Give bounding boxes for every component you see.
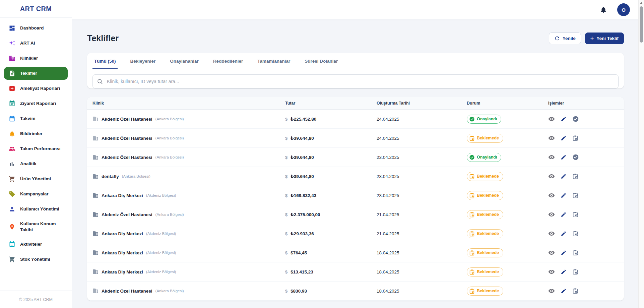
sidebar-item-dashboard[interactable]: Dashboard — [4, 22, 68, 35]
clipboard-status-button[interactable] — [572, 231, 578, 237]
sidebar-item-bildirimler[interactable]: Bildirimler — [4, 127, 68, 140]
sidebar-item-stok-yonetimi[interactable]: Stok Yönetimi — [4, 253, 68, 266]
clinic-cell: Ankara Diş Merkezi (Akdeniz Bölgesi) — [92, 269, 285, 275]
sidebar-item-analitik[interactable]: Analitik — [4, 158, 68, 170]
document-icon — [9, 70, 15, 77]
edit-button[interactable] — [561, 192, 567, 198]
scrollbar[interactable] — [638, 0, 644, 308]
actions-cell — [548, 135, 619, 141]
clipboard-status-button[interactable] — [572, 211, 578, 218]
created-date: 24.04.2025 — [377, 136, 467, 141]
tab-suresi-dolanlar[interactable]: Süresi Dolanlar — [303, 53, 339, 69]
table-header: Klinik Tutar Oluşturma Tarihi Durum İşle… — [87, 97, 624, 110]
view-button[interactable] — [548, 135, 555, 141]
column-header-status: Durum — [467, 101, 548, 106]
edit-button[interactable] — [561, 231, 567, 237]
view-button[interactable] — [548, 249, 555, 256]
edit-button[interactable] — [561, 211, 567, 218]
clinic-name: Ankara Diş Merkezi — [102, 231, 143, 236]
edit-button[interactable] — [561, 135, 567, 141]
pencil-icon — [561, 173, 567, 179]
table-row: Akdeniz Özel Hastanesi (Ankara Bölgesi) … — [87, 129, 624, 148]
sidebar-item-ameliyat-raporlari[interactable]: Ameliyat Raporları — [4, 82, 68, 95]
edit-button[interactable] — [561, 173, 567, 179]
pencil-icon — [561, 116, 567, 122]
clinic-cell: dentafly (Ankara Bölgesi) — [92, 173, 285, 179]
clinic-name: Ankara Diş Merkezi — [102, 250, 143, 255]
clipboard-status-button[interactable] — [572, 288, 578, 294]
search-input[interactable] — [92, 74, 619, 88]
clinic-cell: Akdeniz Özel Hastanesi (Ankara Bölgesi) — [92, 135, 285, 141]
edit-button[interactable] — [561, 116, 567, 122]
clipboard-status-button[interactable] — [572, 269, 578, 275]
created-date: 21.04.2025 — [377, 212, 467, 217]
sidebar-item-kullanici-yonetimi[interactable]: Kullanıcı Yönetimi — [4, 203, 68, 215]
notifications-button[interactable] — [600, 6, 607, 13]
tab-tumu[interactable]: Tümü (50) — [92, 53, 118, 69]
clinic-name: dentafly — [102, 174, 119, 179]
status-label: Beklemede — [477, 193, 499, 198]
dashboard-icon — [9, 25, 15, 32]
status-badge: Beklemede — [467, 287, 503, 296]
new-offer-button[interactable]: + Yeni Teklif — [585, 33, 624, 44]
clipboard-clock-icon — [469, 231, 475, 237]
pencil-icon — [561, 269, 567, 275]
tab-tamamlananlar[interactable]: Tamamlananlar — [256, 53, 292, 69]
edit-button[interactable] — [561, 250, 567, 256]
pencil-icon — [561, 135, 567, 141]
status-cell: Onaylandı — [467, 115, 548, 124]
refresh-button[interactable]: Yenile — [549, 33, 581, 44]
eye-icon — [548, 173, 555, 180]
page-actions: Yenile + Yeni Teklif — [549, 33, 624, 44]
tab-onaylananlar[interactable]: Onaylananlar — [168, 53, 200, 69]
tab-bekleyenler[interactable]: Bekleyenler — [129, 53, 157, 69]
tab-reddedilenler[interactable]: Reddedilenler — [211, 53, 245, 69]
clinic-cell: Ankara Diş Merkezi (Akdeniz Bölgesi) — [92, 231, 285, 237]
user-icon — [9, 206, 15, 212]
clinic-cell: Ankara Diş Merkezi (Akdeniz Bölgesi) — [92, 250, 285, 256]
sidebar-item-klinikler[interactable]: Klinikler — [4, 52, 68, 65]
bar-chart-icon — [9, 161, 15, 167]
view-button[interactable] — [548, 211, 555, 218]
sidebar-item-teklifler[interactable]: Teklifler — [4, 67, 68, 80]
actions-cell — [548, 211, 619, 218]
sidebar-item-art-ai[interactable]: ART AI — [4, 37, 68, 50]
amount-cell: $ ₺169.832,43 — [285, 193, 377, 198]
view-button[interactable] — [548, 154, 555, 161]
column-header-created: Oluşturma Tarihi — [377, 101, 467, 106]
sidebar-item-kullanici-konum-takibi[interactable]: Kullanıcı Konum Takibi — [4, 218, 68, 236]
team-icon — [9, 145, 15, 152]
sidebar-item-urun-yonetimi[interactable]: Ürün Yönetimi — [4, 173, 68, 185]
view-button[interactable] — [548, 173, 555, 180]
avatar[interactable]: O — [617, 3, 630, 16]
building-icon — [92, 135, 99, 141]
status-badge: Beklemede — [467, 191, 503, 200]
sidebar-item-aktiviteler[interactable]: Aktiviteler — [4, 238, 68, 251]
clipboard-status-button[interactable] — [572, 192, 578, 198]
status-label: Beklemede — [477, 289, 499, 293]
sidebar-item-ziyaret-raporlari[interactable]: Ziyaret Raporları — [4, 97, 68, 110]
clinic-name: Akdeniz Özel Hastanesi — [102, 212, 152, 217]
approved-check-button[interactable] — [572, 154, 579, 161]
clipboard-status-button[interactable] — [572, 135, 578, 141]
edit-button[interactable] — [561, 154, 567, 160]
view-button[interactable] — [548, 230, 555, 237]
clinic-region: (Ankara Bölgesi) — [155, 212, 184, 217]
clinic-name: Ankara Diş Merkezi — [102, 193, 143, 198]
edit-button[interactable] — [561, 288, 567, 294]
edit-button[interactable] — [561, 269, 567, 275]
view-button[interactable] — [548, 288, 555, 294]
view-button[interactable] — [548, 268, 555, 275]
clipboard-status-button[interactable] — [572, 173, 578, 179]
sidebar-item-takim-performansi[interactable]: Takım Performansı — [4, 142, 68, 155]
scrollbar-thumb[interactable] — [640, 6, 643, 43]
amount-value: ₺2.375.000,00 — [291, 212, 320, 217]
view-button[interactable] — [548, 116, 555, 122]
eye-icon — [548, 230, 555, 237]
sidebar-item-kampanyalar[interactable]: Kampanyalar — [4, 188, 68, 200]
scrollbar-up-arrow[interactable] — [640, 2, 643, 4]
view-button[interactable] — [548, 192, 555, 199]
approved-check-button[interactable] — [572, 116, 579, 122]
clipboard-status-button[interactable] — [572, 250, 578, 256]
sidebar-item-takvim[interactable]: Takvim — [4, 112, 68, 125]
